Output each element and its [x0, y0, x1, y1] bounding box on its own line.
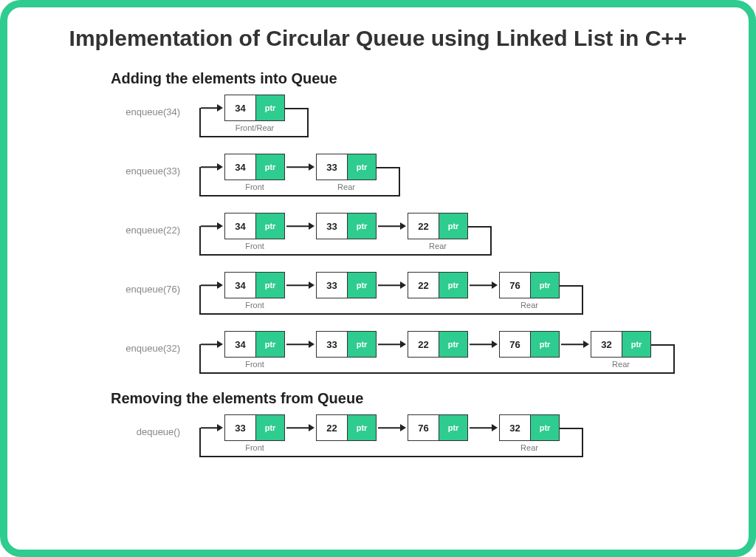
node-ptr: ptr — [348, 273, 376, 298]
node-value: 33 — [317, 332, 348, 357]
operation-label: dequeue() — [30, 414, 199, 437]
node-ptr: ptr — [348, 213, 376, 239]
node: 34ptrFront — [224, 213, 285, 250]
operation-row: enqueue(34)34ptrFront/Rear — [30, 95, 726, 143]
node-ptr: ptr — [531, 415, 559, 440]
node-chain: 34ptrFront33ptrRear — [199, 154, 726, 191]
node: 34ptrFront — [224, 331, 285, 369]
node: 76ptr — [499, 331, 560, 358]
node-value: 34 — [225, 332, 256, 357]
diagram-frame: Implementation of Circular Queue using L… — [0, 0, 756, 557]
arrow-next — [468, 331, 499, 358]
node: 76ptrRear — [499, 272, 560, 310]
operation-row: enqueue(76)34ptrFront33ptr22ptr76ptrRear — [30, 272, 726, 321]
operation-label: enqueue(33) — [30, 154, 199, 177]
node: 34ptrFront/Rear — [224, 95, 285, 132]
node-role-label: Front — [245, 360, 264, 369]
node-value: 34 — [225, 95, 256, 120]
node-ptr: ptr — [348, 332, 376, 357]
arrow-next — [468, 414, 499, 441]
node-value: 76 — [500, 273, 531, 298]
node: 22ptr — [408, 331, 468, 358]
node-value: 22 — [408, 332, 439, 357]
node: 22ptrRear — [408, 213, 468, 250]
node-ptr: ptr — [531, 332, 559, 357]
node: 34ptrFront — [224, 272, 285, 310]
section-heading-add: Adding the elements into Queue — [111, 70, 726, 87]
remove-rows: dequeue()33ptrFront22ptr76ptr32ptrRear — [30, 414, 726, 463]
node-value: 76 — [408, 415, 439, 440]
node-ptr: ptr — [256, 154, 284, 180]
node-value: 33 — [225, 415, 256, 440]
operation-row: enqueue(32)34ptrFront33ptr22ptr76ptr32pt… — [30, 331, 726, 380]
add-rows: enqueue(34)34ptrFront/Rearenqueue(33)34p… — [30, 95, 726, 380]
node-value: 34 — [225, 213, 256, 239]
node-ptr: ptr — [531, 273, 559, 298]
node: 32ptrRear — [591, 331, 651, 369]
arrow-next — [285, 331, 316, 358]
node: 22ptr — [408, 272, 468, 298]
node-ptr: ptr — [348, 154, 376, 180]
node: 33ptr — [316, 272, 377, 298]
node-chain: 33ptrFront22ptr76ptr32ptrRear — [199, 414, 726, 452]
operation-label: enqueue(76) — [30, 272, 199, 295]
section-heading-remove: Removing the elements from Queue — [111, 390, 726, 407]
node-ptr: ptr — [256, 332, 284, 357]
node: 34ptrFront — [224, 154, 285, 191]
arrow-next — [377, 213, 408, 239]
page-title: Implementation of Circular Queue using L… — [30, 24, 726, 52]
node-value: 34 — [225, 154, 256, 180]
arrow-next — [285, 272, 316, 298]
node-role-label: Rear — [612, 360, 630, 369]
node-value: 33 — [317, 273, 348, 298]
operation-label: enqueue(22) — [30, 213, 199, 236]
node: 33ptrFront — [224, 414, 285, 452]
node-ptr: ptr — [256, 415, 284, 440]
node-ptr: ptr — [622, 332, 650, 357]
arrow-lead-in — [199, 331, 224, 358]
arrow-lead-in — [199, 154, 224, 180]
node-chain: 34ptrFront/Rear — [199, 95, 726, 132]
node-chain: 34ptrFront33ptr22ptr76ptr32ptrRear — [199, 331, 726, 369]
arrow-next — [377, 414, 408, 441]
arrow-lead-in — [199, 414, 224, 441]
node-value: 76 — [500, 332, 531, 357]
node: 33ptrRear — [316, 154, 377, 191]
node-role-label: Rear — [520, 443, 538, 452]
node-role-label: Rear — [520, 301, 538, 310]
operation-row: enqueue(33)34ptrFront33ptrRear — [30, 154, 726, 202]
arrow-lead-in — [199, 272, 224, 298]
node-ptr: ptr — [439, 332, 467, 357]
node-value: 34 — [225, 273, 256, 298]
arrow-next — [285, 213, 316, 239]
node-value: 32 — [500, 415, 531, 440]
arrow-next — [285, 154, 316, 180]
arrow-next — [377, 272, 408, 298]
node-ptr: ptr — [348, 415, 376, 440]
node: 33ptr — [316, 331, 377, 358]
node-role-label: Front — [245, 242, 264, 250]
operation-row: enqueue(22)34ptrFront33ptr22ptrRear — [30, 213, 726, 262]
node-role-label: Rear — [429, 242, 447, 250]
node-value: 33 — [317, 213, 348, 239]
node-ptr: ptr — [439, 213, 467, 239]
node-ptr: ptr — [256, 273, 284, 298]
node: 32ptrRear — [499, 414, 560, 452]
arrow-next — [285, 414, 316, 441]
node-role-label: Front — [245, 182, 264, 191]
arrow-next — [560, 331, 591, 358]
node-role-label: Front/Rear — [236, 123, 275, 132]
arrow-lead-in — [199, 213, 224, 239]
node-ptr: ptr — [439, 415, 467, 440]
arrow-next — [377, 331, 408, 358]
node-role-label: Front — [245, 443, 264, 452]
node-value: 22 — [317, 415, 348, 440]
node-ptr: ptr — [256, 213, 284, 239]
operation-label: enqueue(32) — [30, 331, 199, 354]
node: 76ptr — [408, 414, 468, 441]
node-role-label: Front — [245, 301, 264, 310]
node: 33ptr — [316, 213, 377, 239]
operation-row: dequeue()33ptrFront22ptr76ptr32ptrRear — [30, 414, 726, 463]
node-role-label: Rear — [337, 182, 355, 191]
node: 22ptr — [316, 414, 377, 441]
